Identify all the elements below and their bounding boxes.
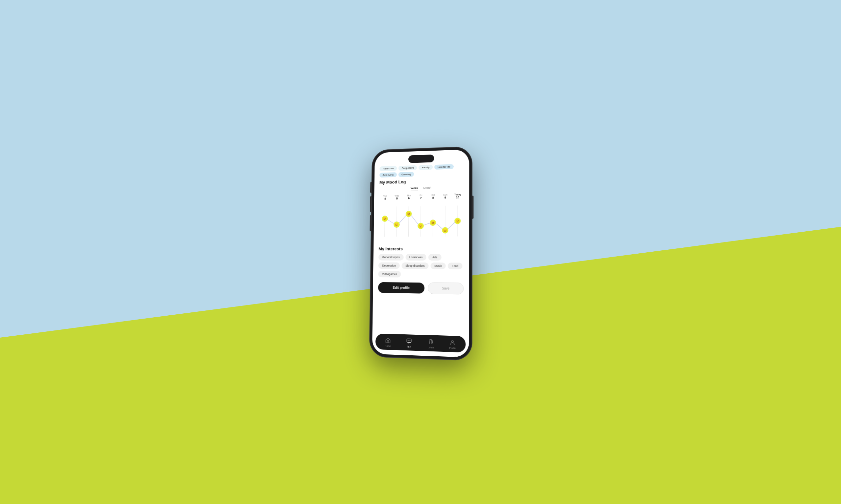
svg-text:😊: 😊 <box>407 212 411 216</box>
day-fri: Fri 7 <box>415 194 427 199</box>
svg-point-25 <box>452 341 454 343</box>
interests-title: My Interests <box>378 247 464 251</box>
vol-up-button <box>370 196 371 212</box>
tag-loneliness[interactable]: Loneliness <box>406 254 426 260</box>
svg-text:😐: 😐 <box>431 220 435 225</box>
mood-tabs: Week Month <box>379 185 464 192</box>
listen-icon <box>427 338 434 345</box>
svg-text:😟: 😟 <box>418 224 423 228</box>
svg-text:😐: 😐 <box>395 222 399 227</box>
nav-home-label: Home <box>385 345 391 347</box>
power-button <box>472 196 474 218</box>
nav-talk[interactable]: Talk <box>403 338 415 348</box>
interest-tags: General topics Loneliness Arts Depressio… <box>378 254 464 278</box>
pill-reflective: Reflective <box>379 166 397 171</box>
mood-log-section: My Mood Log Week Month Tue 4 <box>379 178 464 242</box>
tag-music[interactable]: Music <box>431 263 446 269</box>
nav-listen[interactable]: Listen <box>425 338 437 349</box>
home-icon <box>385 337 391 344</box>
pill-supportive: Supportive <box>398 165 417 170</box>
day-thu: Thu 6 <box>403 194 415 200</box>
vol-down-button <box>370 215 371 231</box>
nav-home[interactable]: Home <box>382 337 394 347</box>
action-buttons: Edit profile Save <box>378 282 464 295</box>
tab-month[interactable]: Month <box>423 186 431 191</box>
mood-log-title: My Mood Log <box>379 178 464 185</box>
tag-depression[interactable]: Depression <box>378 263 400 269</box>
interests-section: My Interests General topics Loneliness A… <box>378 247 464 278</box>
nav-listen-label: Listen <box>427 346 434 349</box>
svg-point-23 <box>409 340 410 341</box>
day-labels: Tue 4 Wed 5 Thu 6 <box>379 193 464 200</box>
main-scroll-area[interactable]: My Mood Log Week Month Tue 4 <box>373 177 469 335</box>
tag-food[interactable]: Food <box>448 263 462 269</box>
scene: Reflective Supportive Family Lust for li… <box>0 0 841 504</box>
day-today: Today 10 <box>451 193 464 199</box>
pill-family: Family <box>418 165 433 170</box>
svg-point-22 <box>408 340 409 341</box>
pill-achieving: Achieving <box>379 172 397 178</box>
svg-text:😞: 😞 <box>443 228 447 232</box>
day-sat: Sat 8 <box>427 194 439 199</box>
save-button[interactable]: Save <box>428 282 464 294</box>
svg-text:🙂: 🙂 <box>383 217 387 221</box>
top-pills-area: Reflective Supportive Family Lust for li… <box>375 149 469 179</box>
dynamic-island <box>408 155 434 163</box>
phone-screen: Reflective Supportive Family Lust for li… <box>372 149 469 357</box>
day-tue: Tue 4 <box>379 195 391 200</box>
day-wed: Wed 5 <box>391 195 403 200</box>
nav-talk-label: Talk <box>407 345 411 348</box>
screen-content: Reflective Supportive Family Lust for li… <box>372 149 469 357</box>
svg-text:🙂: 🙂 <box>455 219 460 223</box>
tag-sleep-disorders[interactable]: Sleep disorders <box>401 263 428 269</box>
talk-icon <box>406 338 412 344</box>
pill-growing: Growing <box>398 172 414 177</box>
tag-videogames[interactable]: Videogames <box>378 271 401 277</box>
nav-profile[interactable]: Profile <box>446 339 459 349</box>
tab-week[interactable]: Week <box>411 186 418 191</box>
edit-profile-button[interactable]: Edit profile <box>378 282 425 294</box>
svg-line-3 <box>420 206 421 237</box>
profile-icon <box>449 339 456 346</box>
tag-arts[interactable]: Arts <box>428 254 441 260</box>
mood-chart: 🙂 😐 😊 😟 <box>379 199 464 243</box>
mood-chart-svg: 🙂 😐 😊 😟 <box>379 199 464 243</box>
svg-point-24 <box>410 341 411 341</box>
phone-shell: Reflective Supportive Family Lust for li… <box>370 147 472 360</box>
tag-general-topics[interactable]: General topics <box>378 254 404 260</box>
nav-profile-label: Profile <box>449 347 456 349</box>
day-sun: Sun 9 <box>439 194 452 199</box>
bottom-nav: Home Talk <box>376 334 466 353</box>
pill-lust: Lust for life <box>434 164 454 169</box>
